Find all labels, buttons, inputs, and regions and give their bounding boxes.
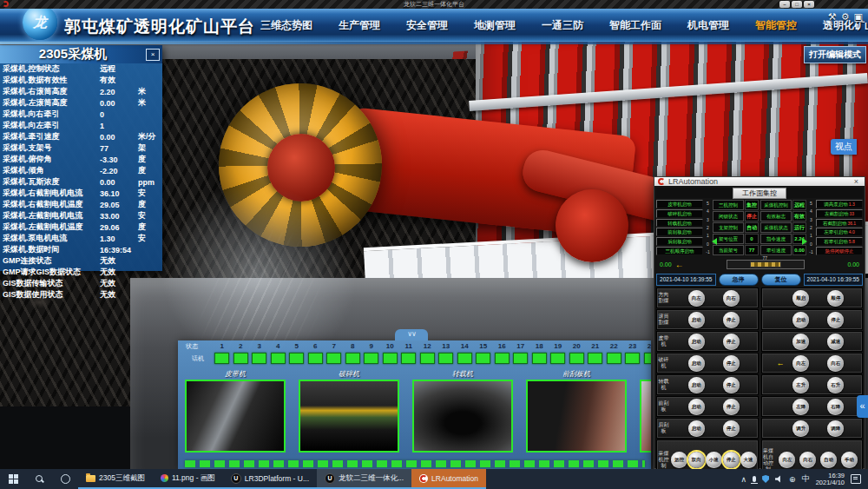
round-control-button[interactable]: 停止: [723, 420, 740, 437]
round-control-button[interactable]: 停止: [827, 312, 844, 328]
camera-thumbnail[interactable]: [640, 380, 651, 453]
round-control-button[interactable]: 小速: [706, 452, 722, 468]
equipment-start-button[interactable]: 破碎机启动: [656, 209, 703, 218]
nav-item[interactable]: 地测管理: [474, 18, 516, 33]
microphone-icon[interactable]: [753, 476, 756, 482]
security-shield-icon[interactable]: [762, 475, 769, 483]
round-control-button[interactable]: 远控: [671, 452, 687, 468]
taskbar-task[interactable]: LRAutomation: [411, 469, 486, 489]
round-control-button[interactable]: 向左: [792, 355, 809, 372]
camera-thumbnail[interactable]: [526, 380, 627, 453]
equipment-start-button[interactable]: 皮带机启动: [656, 200, 703, 208]
round-control-button[interactable]: 左降: [792, 399, 809, 415]
tick-status-square[interactable]: [457, 353, 472, 364]
round-control-button[interactable]: 停止: [723, 355, 740, 372]
round-control-button[interactable]: 停止: [723, 377, 740, 393]
gauge-track[interactable]: 77: [727, 260, 805, 269]
round-control-button[interactable]: 减速: [827, 334, 844, 350]
tick-status-square[interactable]: [588, 353, 602, 364]
round-control-button[interactable]: 左升: [792, 377, 809, 393]
settings-gear-icon[interactable]: ⚙: [841, 11, 850, 22]
reset-button[interactable]: 复位: [761, 274, 801, 286]
tick-status-square[interactable]: [289, 353, 304, 364]
tools-icon[interactable]: ⚒: [828, 11, 837, 22]
round-control-button[interactable]: 停止: [723, 312, 740, 328]
taskbar-clock[interactable]: 16:39 2021/4/10: [816, 472, 845, 486]
round-control-button[interactable]: 顺停: [827, 290, 844, 307]
ime-indicator[interactable]: 中: [802, 473, 810, 485]
taskbar-task[interactable]: 2305三维截图: [78, 469, 153, 489]
tick-status-square[interactable]: [383, 353, 398, 364]
equipment-start-button[interactable]: 后刮板启动: [656, 237, 703, 246]
lrautomation-titlebar[interactable]: LRAutomation ×: [654, 177, 865, 186]
tray-expand-icon[interactable]: ∧: [740, 475, 746, 484]
nav-item[interactable]: 安全管理: [406, 18, 448, 33]
tick-status-square[interactable]: [214, 353, 229, 364]
camera-thumbnail[interactable]: [299, 380, 399, 453]
round-control-button[interactable]: 启动: [688, 334, 705, 350]
equipment-start-button[interactable]: 左截割启动33: [816, 209, 863, 218]
nav-item[interactable]: 生产管理: [339, 18, 380, 33]
tick-status-square[interactable]: [495, 353, 510, 364]
equipment-start-button[interactable]: 急停闭锁停止: [816, 247, 863, 255]
round-control-button[interactable]: 启动: [688, 420, 705, 437]
network-icon[interactable]: ⊕: [789, 475, 796, 484]
tick-status-square[interactable]: [271, 353, 286, 364]
round-control-button[interactable]: 双向: [688, 452, 705, 468]
round-control-button[interactable]: 停止: [723, 399, 740, 415]
round-control-button[interactable]: 向左: [779, 452, 795, 468]
round-control-button[interactable]: 自动: [820, 452, 837, 468]
nav-item[interactable]: 三维态势图: [260, 18, 312, 33]
taskbar-task[interactable]: U龙软二三维一体化...: [317, 469, 411, 489]
round-control-button[interactable]: 手动: [841, 452, 858, 468]
tick-status-square[interactable]: [252, 353, 266, 364]
round-control-button[interactable]: 调升: [792, 420, 809, 437]
tick-status-square[interactable]: [420, 353, 435, 364]
equipment-start-button[interactable]: 右截割启动36.1: [816, 219, 863, 228]
camera-thumbnail[interactable]: [185, 380, 286, 453]
nav-item[interactable]: 智能管控: [755, 18, 797, 33]
tick-status-square[interactable]: [625, 353, 640, 364]
tick-status-square[interactable]: [532, 353, 547, 364]
estop-button[interactable]: 急停: [719, 274, 759, 286]
tick-status-square[interactable]: [644, 353, 651, 364]
equipment-start-button[interactable]: 转载机启动: [656, 219, 703, 228]
collapse-handle[interactable]: «: [857, 395, 868, 418]
round-control-button[interactable]: 右升: [827, 377, 844, 393]
round-control-button[interactable]: 向右: [799, 452, 816, 468]
layout-icon[interactable]: ▣: [854, 11, 863, 22]
tick-status-square[interactable]: [401, 353, 416, 364]
nav-item[interactable]: 机电管理: [687, 18, 729, 33]
lrautomation-close-icon[interactable]: ×: [852, 177, 861, 186]
equipment-start-button[interactable]: 左牵引启动4.0: [816, 228, 863, 236]
tick-status-square[interactable]: [438, 353, 453, 364]
maximize-button[interactable]: □: [792, 1, 802, 8]
minimize-button[interactable]: –: [779, 1, 790, 8]
round-control-button[interactable]: 向右: [827, 355, 844, 372]
round-control-button[interactable]: 加速: [792, 334, 809, 350]
tab-workface-control[interactable]: 工作面集控: [733, 188, 786, 199]
round-control-button[interactable]: 停止: [723, 334, 740, 350]
notification-center-icon[interactable]: [851, 474, 861, 484]
tick-status-square[interactable]: [233, 353, 248, 364]
equipment-start-button[interactable]: 调高泵启动1.3: [816, 200, 863, 208]
taskbar-task[interactable]: 11.png - 画图: [153, 469, 223, 489]
tick-status-square[interactable]: [513, 353, 528, 364]
equipment-start-button[interactable]: 三机顺序启动: [656, 247, 703, 255]
tick-status-square[interactable]: [550, 353, 565, 364]
camera-thumbnail[interactable]: [412, 380, 513, 453]
start-button[interactable]: [0, 469, 26, 489]
tick-status-square[interactable]: [364, 353, 378, 364]
round-control-button[interactable]: 停止: [723, 452, 740, 468]
nav-item[interactable]: 一通三防: [542, 18, 583, 33]
round-control-button[interactable]: 启动: [688, 312, 705, 328]
round-control-button[interactable]: 启动: [792, 312, 809, 328]
nav-item[interactable]: 智能工作面: [609, 18, 661, 33]
round-control-button[interactable]: 大速: [740, 452, 757, 468]
equipment-start-button[interactable]: 前刮板启动: [656, 228, 703, 236]
strip-collapse-chevron-icon[interactable]: ∨∨: [395, 329, 428, 340]
round-control-button[interactable]: 调降: [827, 420, 844, 437]
round-control-button[interactable]: 向左: [688, 290, 705, 307]
round-control-button[interactable]: 启动: [688, 377, 705, 393]
taskbar-task[interactable]: ULR3DPlatform - U...: [223, 469, 317, 489]
